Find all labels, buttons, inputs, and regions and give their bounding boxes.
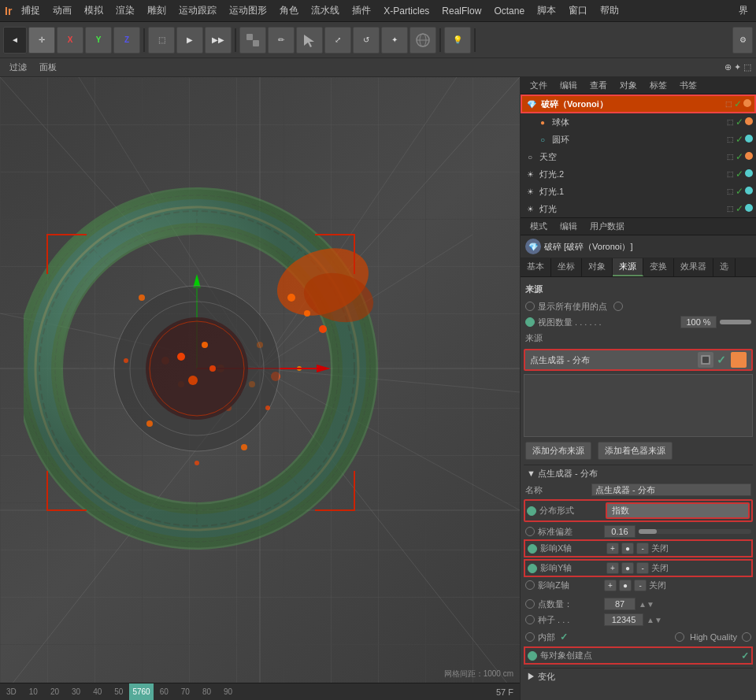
display-all-radio[interactable]: [525, 302, 535, 311]
hq-check[interactable]: [742, 632, 751, 642]
obj-sphere[interactable]: ● 球体 ⬚ ✓: [533, 113, 756, 131]
panel-btn[interactable]: 面板: [35, 61, 61, 74]
header-object[interactable]: 对象: [615, 79, 642, 92]
undo-btn[interactable]: ◄: [3, 27, 27, 54]
props-mode[interactable]: 模式: [525, 220, 552, 233]
axis-z-minus[interactable]: -: [634, 580, 647, 591]
axis-y-minus[interactable]: -: [636, 562, 649, 574]
stddev-radio[interactable]: [525, 527, 535, 536]
source-items-area[interactable]: [524, 374, 753, 437]
marker-active[interactable]: 5760: [129, 683, 153, 700]
voronoi-dot[interactable]: [743, 98, 751, 109]
menu-plugin[interactable]: 插件: [346, 2, 377, 19]
generator-section-title[interactable]: ▼ 点生成器 - 分布: [524, 465, 753, 482]
obj-light2[interactable]: ☀ 灯光.2 ⬚ ✓: [521, 165, 756, 183]
obj-voronoi[interactable]: 💎 破碎（Voronoi） ⬚ ✓: [521, 94, 756, 113]
obj-mode-btn[interactable]: [239, 27, 266, 54]
sphere-btn[interactable]: [410, 27, 436, 54]
tab-basic[interactable]: 基本: [521, 258, 551, 276]
props-userdata[interactable]: 用户数据: [585, 220, 629, 233]
options-btn[interactable]: ⚙: [732, 27, 753, 54]
per-obj-check[interactable]: ✓: [741, 650, 749, 661]
header-edit[interactable]: 编辑: [555, 79, 582, 92]
sky-dot[interactable]: [745, 151, 753, 162]
tab-object[interactable]: 对象: [582, 258, 613, 276]
axis-y-plus[interactable]: +: [606, 562, 619, 574]
light2-check[interactable]: ✓: [736, 169, 743, 180]
light-check[interactable]: ✓: [736, 203, 743, 214]
per-obj-radio[interactable]: [528, 651, 537, 661]
light2-dot[interactable]: [745, 169, 753, 180]
inner-check[interactable]: ✓: [560, 631, 568, 643]
render-active-btn[interactable]: ▶▶: [205, 27, 232, 54]
menu-capture[interactable]: 捕捉: [15, 2, 46, 19]
viewport[interactable]: 网格间距：1000 cm 3D 10 20 30 40 50 5760 60 7…: [0, 77, 520, 700]
render-btn[interactable]: ▶: [176, 27, 203, 54]
point-count-radio[interactable]: [525, 599, 535, 609]
obj-ring[interactable]: ○ 圆环 ⬚ ✓: [533, 131, 756, 148]
ring-dot[interactable]: [745, 134, 753, 145]
menu-sculpt[interactable]: 雕刻: [141, 2, 172, 19]
menu-render[interactable]: 渲染: [109, 2, 141, 19]
obj-light[interactable]: ☀ 灯光 ⬚ ✓: [521, 200, 756, 217]
light-dot[interactable]: [745, 203, 753, 214]
voronoi-check[interactable]: ✓: [734, 98, 742, 109]
tab-coord[interactable]: 坐标: [551, 258, 582, 276]
source-orange-btn[interactable]: [731, 352, 747, 368]
z-axis-btn[interactable]: Z: [113, 27, 140, 54]
sphere-dot[interactable]: [745, 117, 753, 128]
sphere-check[interactable]: ✓: [736, 117, 743, 128]
menu-realflow[interactable]: RealFlow: [435, 4, 487, 18]
stddev-input[interactable]: [604, 525, 636, 538]
obj-light1[interactable]: ☀ 灯光.1 ⬚ ✓: [521, 183, 756, 200]
particle-btn[interactable]: ✦: [381, 27, 408, 54]
axis-x-plus[interactable]: +: [606, 543, 619, 554]
axis-y-bullet[interactable]: ●: [621, 562, 634, 574]
axis-x-bullet[interactable]: ●: [621, 543, 634, 554]
menu-animation[interactable]: 动画: [46, 2, 78, 19]
timeline-ruler[interactable]: 3D 10 20 30 40 50 5760 60 70 80 90: [0, 683, 490, 700]
light1-dot[interactable]: [745, 186, 753, 197]
transform-section[interactable]: ▶ 变化: [524, 668, 753, 685]
sky-check[interactable]: ✓: [736, 151, 743, 162]
source-field-icon[interactable]: [698, 352, 713, 368]
point-count-input[interactable]: [604, 598, 636, 610]
render-region-btn[interactable]: ⬚: [148, 27, 175, 54]
menu-script[interactable]: 脚本: [531, 2, 562, 19]
view-slider[interactable]: [720, 320, 751, 324]
tab-transform[interactable]: 变换: [643, 258, 674, 276]
source-field[interactable]: 点生成器 - 分布 ✓: [524, 349, 753, 371]
axis-z-plus[interactable]: +: [604, 580, 617, 591]
light1-check[interactable]: ✓: [736, 186, 743, 197]
point-count-arrow[interactable]: ▲▼: [639, 600, 654, 609]
menu-motiontrack[interactable]: 运动跟踪: [172, 2, 223, 19]
display-all-check[interactable]: [613, 302, 623, 311]
filter-btn[interactable]: 过滤: [5, 61, 32, 74]
scale-btn[interactable]: ⤢: [324, 27, 351, 54]
dist-type-radio[interactable]: [527, 506, 536, 516]
light2-ctrl1[interactable]: ⬚: [727, 170, 734, 178]
voronoi-ctrl1[interactable]: ⬚: [725, 100, 732, 108]
tab-select[interactable]: 选: [713, 258, 736, 276]
axis-z-bullet[interactable]: ●: [619, 580, 632, 591]
inner-radio[interactable]: [525, 632, 535, 642]
menu-window[interactable]: 窗口: [562, 2, 594, 19]
x-axis-btn[interactable]: X: [57, 27, 83, 54]
paint-btn[interactable]: ✏: [268, 27, 295, 54]
header-tag[interactable]: 标签: [645, 79, 672, 92]
header-view[interactable]: 查看: [585, 79, 612, 92]
menu-help[interactable]: 帮助: [594, 2, 625, 19]
menu-character[interactable]: 角色: [273, 2, 305, 19]
header-bookmark[interactable]: 书签: [675, 79, 702, 92]
axis-x-minus[interactable]: -: [636, 543, 649, 554]
props-edit[interactable]: 编辑: [555, 220, 582, 233]
sky-ctrl1[interactable]: ⬚: [727, 153, 734, 161]
menu-xparticles[interactable]: X-Particles: [377, 4, 435, 18]
ring-ctrl1[interactable]: ⬚: [727, 135, 734, 143]
menu-motiongraph[interactable]: 运动图形: [223, 2, 273, 19]
menu-octane[interactable]: Octane: [487, 4, 531, 18]
source-check-icon[interactable]: ✓: [717, 354, 726, 366]
add-color-source-btn[interactable]: 添加着色器来源: [598, 442, 673, 460]
seed-arrow[interactable]: ▲▼: [647, 616, 662, 624]
y-axis-btn[interactable]: Y: [85, 27, 112, 54]
